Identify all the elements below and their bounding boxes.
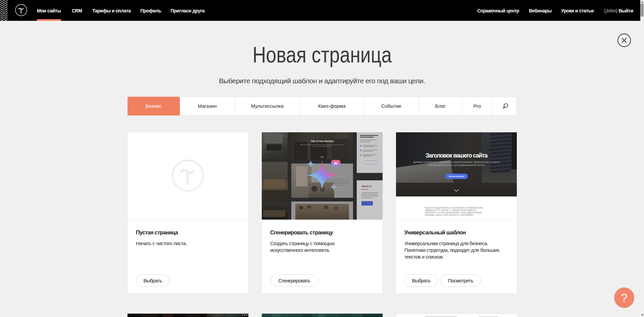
- svg-text:AI: AI: [334, 161, 338, 165]
